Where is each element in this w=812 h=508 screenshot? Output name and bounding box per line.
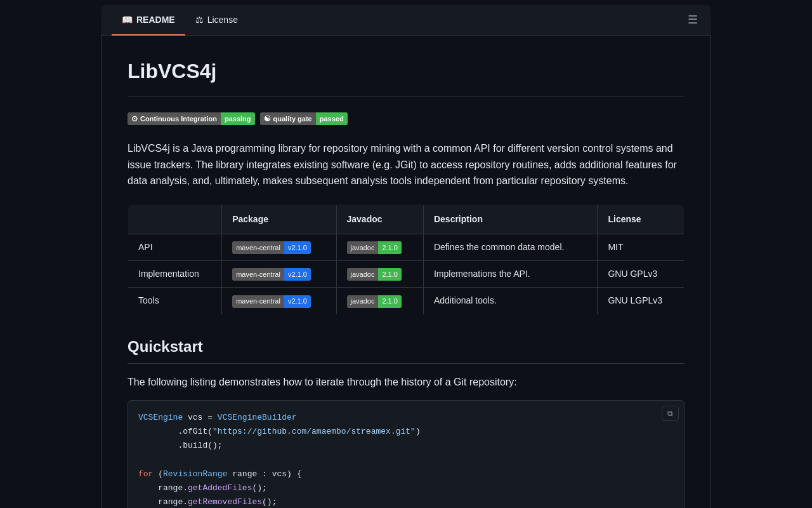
code-line-blank bbox=[138, 453, 674, 467]
tools-javadoc-badge[interactable]: javadoc 2.1.0 bbox=[347, 295, 402, 308]
tools-pkg-badge-left: maven-central bbox=[232, 295, 284, 308]
badge-row: ⊙ Continuous Integration passing ☯ quali… bbox=[128, 112, 684, 125]
tab-license[interactable]: ⚖ License bbox=[185, 6, 248, 36]
quality-icon: ☯ bbox=[264, 113, 271, 124]
row-impl-license: GNU GPLv3 bbox=[598, 261, 684, 288]
repo-title: LibVCS4j bbox=[128, 56, 684, 97]
table-row: Implementation maven-central v2.1.0 java… bbox=[128, 261, 684, 288]
package-table: Package Javadoc Description License API … bbox=[128, 204, 684, 315]
copy-button[interactable]: ⧉ bbox=[662, 406, 679, 421]
row-tools-package: maven-central v2.1.0 bbox=[222, 288, 336, 314]
code-line-4: for (RevisionRange range : vcs) { bbox=[138, 467, 674, 481]
code-token: getRemovedFiles bbox=[188, 497, 262, 507]
code-block-wrapper: ⧉ VCSEngine vcs = VCSEngineBuilder .ofGi… bbox=[128, 400, 684, 508]
tab-bar: 📖 README ⚖ License ☰ bbox=[102, 5, 710, 36]
row-tools-license: GNU LGPLv3 bbox=[598, 288, 684, 314]
ci-badge-left: ⊙ Continuous Integration bbox=[128, 112, 221, 125]
api-pkg-badge-right: v2.1.0 bbox=[284, 241, 311, 254]
row-api-package: maven-central v2.1.0 bbox=[222, 234, 336, 260]
code-token: for bbox=[138, 469, 153, 479]
impl-pkg-badge[interactable]: maven-central v2.1.0 bbox=[232, 268, 311, 281]
license-icon: ⚖ bbox=[195, 13, 204, 27]
content-area: 📖 README ⚖ License ☰ LibVCS4j bbox=[102, 0, 710, 508]
tools-javadoc-badge-right: 2.1.0 bbox=[378, 295, 401, 308]
code-token: VCSEngine bbox=[138, 413, 183, 422]
tools-pkg-badge-right: v2.1.0 bbox=[284, 295, 311, 308]
api-javadoc-badge[interactable]: javadoc 2.1.0 bbox=[347, 241, 402, 254]
row-impl-description: Implemenations the API. bbox=[423, 261, 598, 288]
page-wrapper: 📖 README ⚖ License ☰ LibVCS4j bbox=[0, 0, 812, 508]
code-line-6: range.getRemovedFiles(); bbox=[138, 495, 674, 508]
api-javadoc-badge-right: 2.1.0 bbox=[378, 241, 401, 254]
code-token: (); bbox=[252, 483, 266, 493]
row-api-license: MIT bbox=[598, 234, 684, 260]
col-javadoc: Javadoc bbox=[336, 204, 423, 234]
row-tools-description: Additional tools. bbox=[423, 288, 598, 314]
readme-content: LibVCS4j ⊙ Continuous Integration passin… bbox=[102, 36, 710, 508]
impl-pkg-badge-left: maven-central bbox=[232, 268, 284, 281]
tab-list: 📖 README ⚖ License bbox=[112, 5, 248, 35]
row-impl-package: maven-central v2.1.0 bbox=[222, 261, 336, 288]
tab-readme[interactable]: 📖 README bbox=[112, 6, 185, 36]
ci-badge-right: passing bbox=[221, 112, 255, 125]
code-token: ) bbox=[416, 427, 421, 436]
api-javadoc-badge-left: javadoc bbox=[347, 241, 379, 254]
code-block: VCSEngine vcs = VCSEngineBuilder .ofGit(… bbox=[128, 401, 684, 508]
code-token: "https://github.com/amaembo/streamex.git… bbox=[213, 427, 416, 436]
col-package: Package bbox=[222, 204, 336, 234]
row-api-name: API bbox=[128, 234, 222, 260]
code-token: vcs = bbox=[183, 413, 218, 422]
col-name bbox=[128, 204, 222, 234]
impl-javadoc-badge-right: 2.1.0 bbox=[378, 268, 401, 281]
table-row: API maven-central v2.1.0 javadoc 2.1.0 bbox=[128, 234, 684, 260]
tab-license-label: License bbox=[207, 13, 238, 27]
impl-pkg-badge-right: v2.1.0 bbox=[284, 268, 311, 281]
github-icon: ⊙ bbox=[131, 113, 138, 124]
api-pkg-badge[interactable]: maven-central v2.1.0 bbox=[232, 241, 311, 254]
code-token: ( bbox=[153, 469, 163, 479]
row-impl-javadoc: javadoc 2.1.0 bbox=[336, 261, 423, 288]
code-line-3: .build(); bbox=[138, 439, 674, 453]
code-token: getAddedFiles bbox=[188, 483, 252, 493]
quality-badge[interactable]: ☯ quality gate passed bbox=[260, 112, 348, 125]
code-token: .build(); bbox=[138, 441, 223, 450]
code-token: range. bbox=[138, 497, 188, 507]
api-pkg-badge-left: maven-central bbox=[232, 241, 284, 254]
code-line-1: VCSEngine vcs = VCSEngineBuilder bbox=[138, 411, 674, 425]
row-tools-name: Tools bbox=[128, 288, 222, 314]
col-license: License bbox=[598, 204, 684, 234]
code-token: range. bbox=[138, 483, 188, 493]
table-row: Tools maven-central v2.1.0 javadoc 2.1.0 bbox=[128, 288, 684, 314]
tools-javadoc-badge-left: javadoc bbox=[347, 295, 379, 308]
readme-icon: 📖 bbox=[122, 13, 133, 27]
description-paragraph: LibVCS4j is a Java programming library f… bbox=[128, 140, 684, 189]
quality-badge-right: passed bbox=[316, 112, 348, 125]
code-line-2: .ofGit("https://github.com/amaembo/strea… bbox=[138, 425, 674, 439]
row-api-javadoc: javadoc 2.1.0 bbox=[336, 234, 423, 260]
row-impl-name: Implementation bbox=[128, 261, 222, 288]
ci-badge[interactable]: ⊙ Continuous Integration passing bbox=[128, 112, 255, 125]
code-token: (); bbox=[262, 497, 277, 507]
impl-javadoc-badge-left: javadoc bbox=[347, 268, 379, 281]
quality-badge-left-text: quality gate bbox=[273, 114, 312, 124]
tab-actions: ☰ bbox=[685, 9, 700, 31]
impl-javadoc-badge[interactable]: javadoc 2.1.0 bbox=[347, 268, 402, 281]
tab-readme-label: README bbox=[136, 13, 175, 27]
tools-pkg-badge[interactable]: maven-central v2.1.0 bbox=[232, 295, 311, 308]
code-token: range : vcs) { bbox=[227, 469, 301, 479]
code-token: VCSEngineBuilder bbox=[218, 413, 297, 422]
table-header-row: Package Javadoc Description License bbox=[128, 204, 684, 234]
quickstart-heading: Quickstart bbox=[128, 335, 684, 364]
code-token: RevisionRange bbox=[163, 469, 227, 479]
row-tools-javadoc: javadoc 2.1.0 bbox=[336, 288, 423, 314]
code-token: .ofGit( bbox=[138, 427, 213, 436]
row-api-description: Defines the common data model. bbox=[423, 234, 598, 260]
quickstart-intro: The following listing demonstrates how t… bbox=[128, 374, 684, 391]
code-line-5: range.getAddedFiles(); bbox=[138, 481, 674, 495]
quality-badge-left: ☯ quality gate bbox=[260, 112, 316, 125]
col-description: Description bbox=[423, 204, 598, 234]
hamburger-icon[interactable]: ☰ bbox=[685, 9, 700, 31]
ci-badge-left-text: Continuous Integration bbox=[140, 114, 217, 124]
